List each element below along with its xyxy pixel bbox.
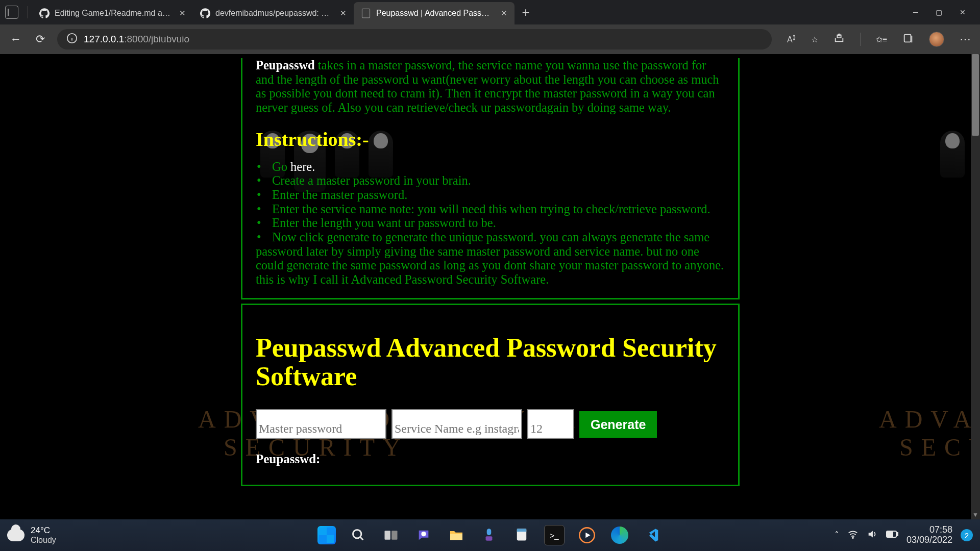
generator-form: Generate: [256, 409, 725, 439]
tab-peupasswd-app[interactable]: Peupasswd | Advanced Password ✕: [354, 2, 514, 24]
here-link[interactable]: here.: [290, 160, 315, 173]
svg-point-11: [421, 532, 426, 536]
master-password-input[interactable]: [259, 422, 383, 436]
read-aloud-icon[interactable]: A⟫: [787, 34, 796, 44]
tab-github-readme[interactable]: Editing Game1/Readme.md at m ✕: [32, 2, 193, 24]
window-controls: ─ ▢ ✕: [913, 8, 980, 16]
more-menu-icon[interactable]: ⋯: [960, 33, 972, 46]
svg-line-8: [360, 537, 363, 540]
time-text: 07:58: [906, 525, 952, 535]
scroll-down-icon[interactable]: ▼: [971, 511, 980, 518]
output-label: Peupasswd:: [256, 452, 725, 466]
svg-marker-18: [585, 533, 590, 538]
svg-rect-21: [897, 533, 898, 536]
instruction-continuation: password later by simply giving the same…: [256, 244, 725, 287]
list-item: Enter the service name note: you will ne…: [256, 202, 725, 216]
terminal-icon[interactable]: >_: [544, 525, 565, 545]
weather-desc: Cloudy: [31, 536, 56, 545]
address-bar[interactable]: 127.0.0.1:8000/jbiubvuio: [57, 29, 772, 49]
tray-chevron-icon[interactable]: ˄: [835, 530, 839, 541]
favorites-list-icon[interactable]: ✩≡: [876, 35, 887, 44]
length-field[interactable]: [527, 409, 574, 439]
svg-rect-5: [904, 35, 911, 42]
media-player-icon[interactable]: [577, 525, 597, 545]
list-item: Create a master password in your brain.: [256, 173, 725, 188]
svg-point-19: [852, 537, 853, 538]
svg-rect-10: [391, 531, 397, 540]
service-name-input[interactable]: [395, 422, 519, 436]
windows-taskbar: 24°C Cloudy >_ ˄: [0, 519, 980, 551]
close-icon[interactable]: ✕: [340, 9, 347, 18]
minimize-icon[interactable]: ─: [913, 8, 918, 16]
browser-titlebar: Editing Game1/Readme.md at m ✕ devfemiba…: [0, 0, 980, 24]
service-name-field[interactable]: [391, 409, 522, 439]
divider: [860, 33, 861, 46]
tab-github-peupasswd[interactable]: devfemibadmus/peupasswd: peu ✕: [193, 2, 354, 24]
github-icon: [39, 8, 50, 18]
task-view-icon[interactable]: [381, 525, 401, 545]
list-item: Enter the length you want ur password to…: [256, 216, 725, 230]
intro-panel: Peupasswd takes in a master password, th…: [241, 58, 740, 299]
master-password-field[interactable]: [256, 409, 386, 439]
list-item: Now click generate to generate the uniqu…: [256, 230, 725, 244]
generate-button[interactable]: Generate: [579, 411, 657, 438]
clock[interactable]: 07:58 03/09/2022: [906, 525, 952, 545]
vertical-scrollbar[interactable]: ▲ ▼: [971, 54, 980, 519]
notifications-badge[interactable]: 2: [961, 529, 973, 541]
page-icon: [361, 8, 371, 18]
weather-widget[interactable]: 24°C Cloudy: [7, 526, 56, 544]
svg-rect-14: [486, 536, 493, 541]
list-item: Enter the master password.: [256, 188, 725, 202]
refresh-button[interactable]: ⟳: [33, 33, 48, 46]
date-text: 03/09/2022: [906, 535, 952, 545]
new-tab-button[interactable]: +: [514, 5, 537, 20]
cloud-icon: [7, 529, 24, 541]
weather-temp: 24°C: [31, 526, 56, 536]
maximize-icon[interactable]: ▢: [936, 8, 942, 16]
background-figures: [940, 131, 965, 178]
svg-rect-9: [385, 531, 390, 540]
toolbar-actions: A⟫ ☆ ✩≡ ⋯: [787, 32, 972, 47]
close-icon[interactable]: ✕: [179, 9, 186, 18]
list-item: Go here.: [256, 160, 725, 174]
collections-icon[interactable]: [902, 33, 914, 46]
tab-title: Editing Game1/Readme.md at m: [55, 9, 172, 18]
vscode-icon[interactable]: [642, 525, 663, 545]
svg-rect-16: [517, 529, 526, 532]
svg-rect-22: [888, 532, 893, 536]
tab-title: Peupasswd | Advanced Password: [376, 9, 494, 18]
chat-icon[interactable]: [413, 525, 434, 545]
tab-title: devfemibadmus/peupasswd: peu: [215, 9, 333, 18]
svg-point-7: [353, 530, 361, 538]
battery-icon[interactable]: [886, 530, 898, 541]
scrollbar-thumb[interactable]: [972, 54, 979, 136]
svg-rect-12: [450, 534, 462, 540]
favorite-icon[interactable]: ☆: [811, 35, 818, 44]
generator-panel: Peupasswd Advanced Password Security Sof…: [241, 304, 740, 486]
back-button[interactable]: ←: [8, 33, 23, 46]
length-input[interactable]: [530, 422, 571, 436]
edge-browser-icon[interactable]: [609, 525, 630, 545]
search-icon[interactable]: [348, 525, 369, 545]
page-content: ADVANCED PASSWORD SECURITY ADVANC SECURI…: [0, 54, 971, 519]
app-icon-1[interactable]: [479, 525, 499, 545]
svg-rect-0: [362, 9, 370, 18]
start-button[interactable]: [317, 526, 336, 544]
github-icon: [200, 8, 210, 18]
close-window-icon[interactable]: ✕: [960, 8, 966, 16]
browser-toolbar: ← ⟳ 127.0.0.1:8000/jbiubvuio A⟫ ☆ ✩≡ ⋯: [0, 24, 980, 54]
tab-actions-button[interactable]: [5, 6, 18, 19]
address-text: 127.0.0.1:8000/jbiubvuio: [84, 34, 189, 45]
extensions-icon[interactable]: [834, 33, 845, 46]
file-explorer-icon[interactable]: [446, 525, 467, 545]
intro-paragraph: Peupasswd takes in a master password, th…: [256, 58, 725, 115]
instructions-heading: Instructions:-: [256, 128, 725, 151]
site-info-icon[interactable]: [66, 33, 78, 46]
svg-rect-13: [487, 529, 492, 535]
profile-avatar[interactable]: [929, 32, 944, 47]
volume-icon[interactable]: [867, 529, 878, 542]
close-icon[interactable]: ✕: [501, 9, 507, 18]
wifi-icon[interactable]: [847, 529, 859, 542]
system-tray: ˄ 07:58 03/09/2022 2: [835, 525, 973, 545]
app-icon-2[interactable]: [511, 525, 532, 545]
